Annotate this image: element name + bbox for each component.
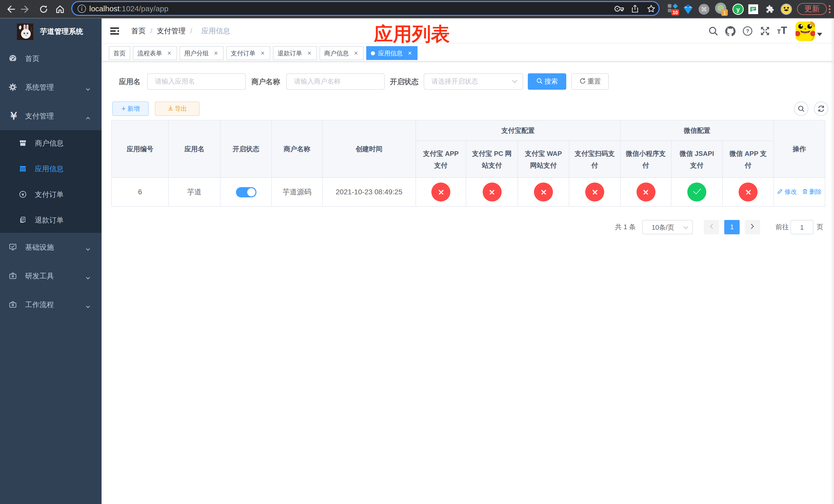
svg-text:y: y	[736, 6, 740, 13]
svg-text:￥: ￥	[21, 192, 25, 197]
svg-text:⌘: ⌘	[701, 6, 707, 13]
svg-text:?: ?	[746, 28, 749, 34]
svg-text:10: 10	[673, 9, 678, 15]
svg-text:1: 1	[723, 9, 726, 15]
